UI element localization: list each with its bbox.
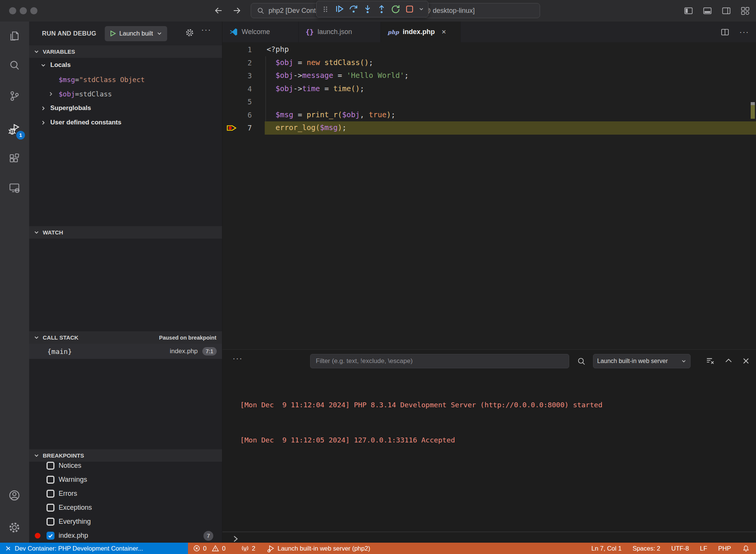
explorer-icon[interactable] <box>5 27 23 45</box>
gripper-icon[interactable] <box>320 4 331 14</box>
debug-step-over-icon[interactable] <box>348 4 359 14</box>
code-line-4: $obj->time = time(); <box>267 82 748 96</box>
line-number-7: 7 <box>222 121 252 135</box>
activity-bar: 1 <box>0 22 29 543</box>
editor-more-actions-icon[interactable]: ··· <box>739 28 749 36</box>
toggle-primary-sidebar-icon[interactable] <box>684 6 693 16</box>
debug-step-out-icon[interactable] <box>376 4 387 14</box>
debug-stop-icon[interactable] <box>404 4 414 14</box>
call-stack-section-header[interactable]: CALL STACK Paused on breakpoint <box>29 331 222 344</box>
remote-explorer-icon[interactable] <box>5 179 23 197</box>
repl-input[interactable] <box>242 534 748 543</box>
watch-section-label: WATCH <box>43 229 63 236</box>
variables-scope-user-defined-constants[interactable]: User defined constants <box>29 115 222 130</box>
ports-status[interactable]: 2 <box>241 543 255 554</box>
remote-indicator[interactable]: Dev Container: PHP Development Container… <box>0 543 188 554</box>
console-search-icon[interactable] <box>577 357 586 366</box>
problems-status[interactable]: 0 0 <box>193 543 225 554</box>
variable-msg[interactable]: $msg = "stdClass Object <box>29 72 222 87</box>
debug-settings-gear-icon[interactable] <box>185 28 194 37</box>
navigate-forward-icon[interactable] <box>232 6 241 15</box>
macos-minimize-button[interactable] <box>20 7 27 14</box>
settings-gear-icon[interactable] <box>5 518 23 537</box>
breakpoint-filter-warnings[interactable]: Warnings <box>29 473 222 487</box>
locals-label: Locals <box>50 61 71 69</box>
status-bar: Dev Container: PHP Development Container… <box>0 543 756 554</box>
checkbox-checked[interactable] <box>47 532 54 540</box>
cursor-position[interactable]: Ln 7, Col 1 <box>591 545 622 552</box>
line-number-4: 4 <box>222 82 252 96</box>
sidebar-more-actions-icon[interactable]: ··· <box>201 25 211 34</box>
search-icon[interactable] <box>5 56 23 74</box>
variable-name: $obj <box>59 90 75 98</box>
debug-restart-icon[interactable] <box>390 4 401 14</box>
clear-console-icon[interactable] <box>706 356 715 366</box>
scrollbar-thumb[interactable] <box>751 102 755 105</box>
close-tab-icon[interactable]: × <box>442 28 446 36</box>
encoding-setting[interactable]: UTF-8 <box>671 545 689 552</box>
breakpoint-filter-exceptions[interactable]: Exceptions <box>29 501 222 515</box>
line-number-5: 5 <box>222 95 252 109</box>
accounts-icon[interactable] <box>5 486 23 504</box>
debug-step-into-icon[interactable] <box>362 4 373 14</box>
editor-tab-bar: Welcome {} launch.json php index.php × ·… <box>222 22 756 42</box>
php-icon: php <box>388 29 399 35</box>
checkbox-unchecked[interactable] <box>47 504 54 512</box>
vscode-logo-icon <box>229 28 238 36</box>
checkbox-unchecked[interactable] <box>47 462 54 470</box>
indentation-setting[interactable]: Spaces: 2 <box>633 545 660 552</box>
debug-continue-icon[interactable] <box>334 4 345 14</box>
line-number-6: 6 <box>222 109 252 122</box>
checkbox-unchecked[interactable] <box>47 476 54 484</box>
breakpoint-filter-everything[interactable]: Everything <box>29 515 222 529</box>
collapse-panel-icon[interactable] <box>724 356 733 366</box>
breakpoint-filter-label: Exceptions <box>59 504 92 512</box>
navigate-back-icon[interactable] <box>214 6 223 15</box>
panel-more-actions-icon[interactable]: ··· <box>233 354 243 363</box>
split-editor-icon[interactable] <box>720 28 730 37</box>
debug-session-status[interactable]: Launch built-in web server (php2) <box>267 543 370 554</box>
variable-obj[interactable]: $obj = stdClass <box>29 87 222 101</box>
toggle-secondary-sidebar-icon[interactable] <box>722 6 731 16</box>
watch-section-header[interactable]: WATCH <box>29 226 222 239</box>
debug-session-dropdown[interactable]: Launch built-in web server <box>593 354 691 368</box>
macos-close-button[interactable] <box>9 7 16 14</box>
breakpoint-filter-notices[interactable]: Notices <box>29 459 222 473</box>
language-mode[interactable]: PHP <box>718 545 731 552</box>
variable-value: stdClass <box>79 90 112 98</box>
breakpoint-filter-errors[interactable]: Errors <box>29 487 222 501</box>
radio-tower-icon <box>241 544 249 552</box>
warnings-count: 0 <box>222 545 225 552</box>
breakpoint-entry-index-php[interactable]: index.php 7 <box>29 529 222 543</box>
macos-zoom-button[interactable] <box>30 7 37 14</box>
errors-count: 0 <box>203 545 206 552</box>
tab-launch-json[interactable]: {} launch.json <box>299 22 381 42</box>
start-debug-icon <box>110 30 116 37</box>
tab-index-php[interactable]: php index.php × <box>381 22 461 42</box>
eol-setting[interactable]: LF <box>700 545 707 552</box>
checkbox-unchecked[interactable] <box>47 490 54 498</box>
variables-scope-superglobals[interactable]: Superglobals <box>29 101 222 115</box>
tab-welcome[interactable]: Welcome <box>222 22 299 42</box>
close-panel-icon[interactable] <box>741 356 751 366</box>
extensions-icon[interactable] <box>5 150 23 168</box>
customize-layout-icon[interactable] <box>740 6 750 16</box>
launch-configuration-button[interactable]: Launch built <box>105 26 167 41</box>
superglobals-label: Superglobals <box>50 104 91 112</box>
toggle-panel-icon[interactable] <box>703 6 712 16</box>
console-filter-input[interactable] <box>310 354 569 368</box>
notifications-bell-icon[interactable] <box>742 545 750 552</box>
debug-session-chevron-icon[interactable] <box>418 4 424 14</box>
source-control-icon[interactable] <box>5 87 23 105</box>
line-number-gutter: 1234567 <box>222 43 252 135</box>
debug-toolbar <box>316 1 428 17</box>
code-editor[interactable]: 1234567 <?php $obj = new stdClass(); $ob… <box>222 42 756 349</box>
variables-scope-locals[interactable]: Locals <box>29 58 222 72</box>
call-stack-frame-main[interactable]: {main} index.php 7:1 <box>29 344 222 359</box>
run-and-debug-icon[interactable]: 1 <box>5 120 23 138</box>
code-line-5 <box>267 95 748 109</box>
breakpoint-dot-icon <box>35 533 40 538</box>
variables-section-header[interactable]: VARIABLES <box>29 45 222 58</box>
frame-name: {main} <box>47 348 72 355</box>
checkbox-unchecked[interactable] <box>47 518 54 526</box>
